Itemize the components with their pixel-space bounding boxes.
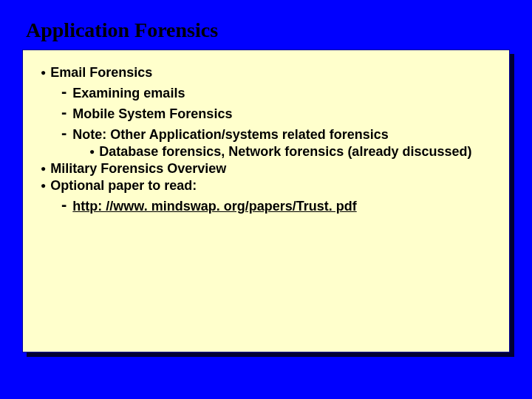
bullet-text: Military Forensics Overview [50,161,226,176]
bullet-dot-icon [89,144,99,159]
content-panel: Email Forensics Examining emails Mobile … [22,50,510,352]
bullet-text: Email Forensics [50,65,152,80]
content-wrapper: Email Forensics Examining emails Mobile … [22,50,510,352]
bullet-database-network: Database forensics, Network forensics (a… [89,144,491,160]
bullet-text: Optional paper to read: [50,178,197,193]
slide-title: Application Forensics [26,18,510,42]
bullet-text: Examining emails [72,86,185,100]
bullet-optional-paper: Optional paper to read: [41,178,491,194]
bullet-text: Mobile System Forensics [72,106,232,121]
bullet-text: Note: Other Application/systems related … [72,127,388,142]
bullet-email-forensics: Email Forensics [41,65,491,81]
bullet-note-other: Note: Other Application/systems related … [61,123,491,143]
bullet-text: Database forensics, Network forensics (a… [99,144,471,160]
paper-url[interactable]: http: //www. mindswap. org/papers/Trust.… [72,199,356,214]
bullet-mobile-system: Mobile System Forensics [61,103,491,122]
bullet-paper-link: http: //www. mindswap. org/papers/Trust.… [61,195,491,214]
bullet-examining-emails: Examining emails [61,82,491,101]
bullet-military-forensics: Military Forensics Overview [41,161,491,177]
